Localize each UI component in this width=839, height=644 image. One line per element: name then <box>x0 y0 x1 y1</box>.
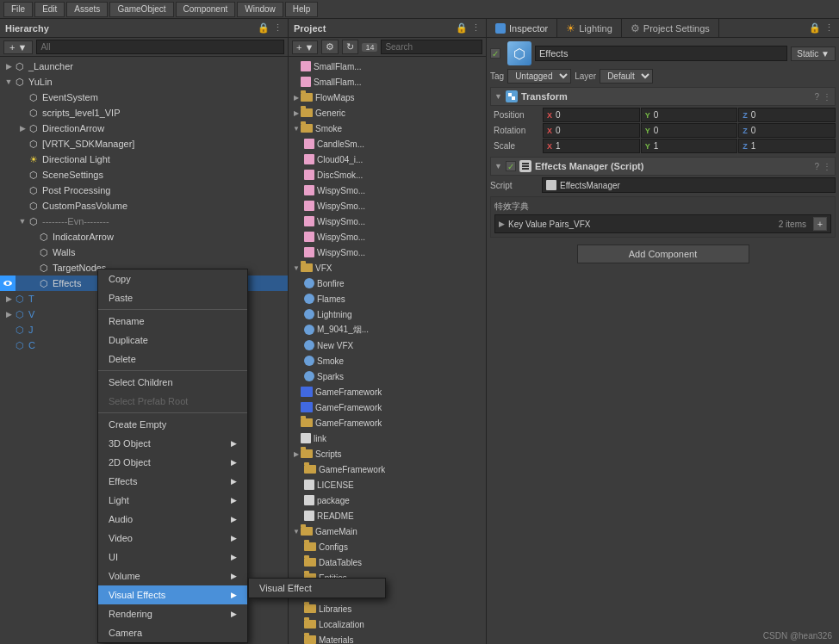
help-icon[interactable]: ? <box>814 162 819 171</box>
project-item-flames[interactable]: Flames <box>289 291 486 307</box>
project-item-flowmaps[interactable]: ▶ FlowMaps <box>289 90 486 105</box>
ctx-create-empty[interactable]: Create Empty <box>98 415 247 434</box>
project-item-localization[interactable]: Localization <box>289 616 486 632</box>
hierarchy-item-launcher[interactable]: ▶ ⬡ _Launcher <box>0 59 288 74</box>
ctx-select-children[interactable]: Select Children <box>98 373 247 392</box>
static-button[interactable]: Static ▼ <box>791 46 836 61</box>
hierarchy-item-evn[interactable]: ▼ ⬡ --------Evn-------- <box>0 214 288 229</box>
project-item-lightning[interactable]: Lightning <box>289 307 486 322</box>
project-item-smoke-vfx[interactable]: Smoke <box>289 353 486 368</box>
effects-manager-header[interactable]: ▼ ✓ Effects Manager (Script) ? ⋮ <box>490 157 836 176</box>
ctx-visual-effect[interactable]: Visual Effect <box>249 579 385 598</box>
project-item-materials[interactable]: Materials <box>289 632 486 644</box>
toolbar-btn-3[interactable]: Assets <box>66 2 108 17</box>
project-item-configs[interactable]: Configs <box>289 539 486 554</box>
lock-icon[interactable]: 🔒 <box>456 22 468 34</box>
visibility-icon[interactable] <box>0 276 16 291</box>
project-item-newvfx[interactable]: New VFX <box>289 337 486 353</box>
ctx-3d-object[interactable]: 3D Object ▶ <box>98 434 247 453</box>
add-button[interactable]: + ▼ <box>292 40 318 54</box>
project-item-scripts[interactable]: ▶ Scripts <box>289 446 486 461</box>
position-y-field[interactable]: Y0 <box>641 108 738 122</box>
project-item-gamemain[interactable]: ▼ GameMain <box>289 523 486 539</box>
tab-lighting[interactable]: ☀ Lighting <box>557 19 622 37</box>
component-checkbox[interactable]: ✓ <box>506 161 516 171</box>
lock-icon[interactable]: 🔒 <box>809 22 821 34</box>
object-name-field[interactable] <box>535 46 787 61</box>
active-checkbox[interactable]: ✓ <box>490 48 500 59</box>
hierarchy-item-scripts[interactable]: ⬡ scripts_level1_VIP <box>0 105 288 121</box>
hierarchy-item-walls[interactable]: ⬡ Walls <box>0 245 288 260</box>
project-item-m9041[interactable]: M_9041_烟... <box>289 322 486 337</box>
scale-x-field[interactable]: X1 <box>543 139 640 153</box>
position-z-field[interactable]: Z0 <box>738 108 836 122</box>
ctx-effects[interactable]: Effects ▶ <box>98 472 247 491</box>
project-item-gf3[interactable]: GameFramework <box>289 415 486 430</box>
scale-z-field[interactable]: Z1 <box>738 139 836 153</box>
project-item-bonfire[interactable]: Bonfire <box>289 276 486 291</box>
ctx-camera[interactable]: Camera <box>98 623 247 642</box>
layer-select[interactable]: Default <box>600 69 653 84</box>
project-item-vfx[interactable]: ▼ VFX <box>289 260 486 276</box>
project-item[interactable]: WispySmo... <box>289 198 486 214</box>
help-icon[interactable]: ? <box>814 92 819 102</box>
hierarchy-item-yulin[interactable]: ▼ ⬡ YuLin <box>0 74 288 90</box>
project-item-libraries[interactable]: Libraries <box>289 601 486 616</box>
lock-icon[interactable]: 🔒 <box>258 22 270 34</box>
hierarchy-item-scenesettings[interactable]: ⬡ SceneSettings <box>0 167 288 183</box>
toolbar-btn-4[interactable]: GameObject <box>109 2 173 17</box>
project-item-datatables[interactable]: DataTables <box>289 554 486 570</box>
ctx-paste[interactable]: Paste <box>98 288 247 307</box>
rotation-z-field[interactable]: Z0 <box>738 123 836 138</box>
ctx-audio[interactable]: Audio ▶ <box>98 510 247 529</box>
project-item[interactable]: SmallFlam... <box>289 74 486 90</box>
project-item-smoke[interactable]: ▼ Smoke <box>289 121 486 136</box>
ctx-visual-effects[interactable]: Visual Effects ▶ <box>98 585 247 604</box>
ctx-duplicate[interactable]: Duplicate <box>98 331 247 350</box>
transform-header[interactable]: ▼ Transform ? ⋮ <box>490 87 836 106</box>
project-item-gf-s[interactable]: GameFramework <box>289 461 486 477</box>
hierarchy-item-directionarrow[interactable]: ▶ ⬡ DirectionArrow <box>0 121 288 136</box>
search-input[interactable] <box>36 40 284 54</box>
toolbar-btn-5[interactable]: Component <box>176 2 236 17</box>
ctx-copy[interactable]: Copy <box>98 269 247 288</box>
rotation-x-field[interactable]: X0 <box>543 123 640 138</box>
hierarchy-item-indicatorarrow[interactable]: ⬡ IndicatorArrow <box>0 229 288 245</box>
hierarchy-item-custompassvolume[interactable]: ⬡ CustomPassVolume <box>0 198 288 214</box>
ctx-volume[interactable]: Volume ▶ <box>98 567 247 585</box>
project-item-gf1[interactable]: GameFramework <box>289 384 486 399</box>
project-item[interactable]: WispySmo... <box>289 245 486 260</box>
project-item[interactable]: CandleSm... <box>289 136 486 152</box>
project-item[interactable]: DiscSmok... <box>289 167 486 183</box>
hierarchy-item-directionallight[interactable]: ☀ Directional Light <box>0 152 288 167</box>
search-icon-button[interactable]: ⚙ <box>321 40 339 54</box>
more-icon[interactable]: ⋮ <box>471 22 481 34</box>
ctx-2d-object[interactable]: 2D Object ▶ <box>98 453 247 472</box>
ctx-rendering[interactable]: Rendering ▶ <box>98 604 247 623</box>
project-item-sparks[interactable]: Sparks <box>289 368 486 384</box>
project-item-package[interactable]: package <box>289 492 486 508</box>
project-item[interactable]: WispySmo... <box>289 183 486 198</box>
toolbar-btn-6[interactable]: Window <box>237 2 283 17</box>
add-item-button[interactable]: + <box>813 217 827 231</box>
rotation-y-field[interactable]: Y0 <box>641 123 738 138</box>
project-item[interactable]: Cloud04_i... <box>289 152 486 167</box>
tab-project-settings[interactable]: ⚙ Project Settings <box>622 19 719 37</box>
position-x-field[interactable]: X0 <box>543 108 640 122</box>
sync-button[interactable]: ↻ <box>342 40 358 54</box>
project-item-gf2[interactable]: GameFramework <box>289 399 486 415</box>
ctx-rename[interactable]: Rename <box>98 312 247 331</box>
toolbar-btn-1[interactable]: File <box>3 2 33 17</box>
tag-select[interactable]: Untagged <box>507 69 571 84</box>
project-search-input[interactable] <box>381 40 482 54</box>
toolbar-btn-7[interactable]: Help <box>285 2 319 17</box>
script-value-field[interactable]: EffectsManager <box>542 177 836 193</box>
ctx-delete[interactable]: Delete <box>98 350 247 368</box>
more-icon[interactable]: ⋮ <box>273 22 283 34</box>
project-item[interactable]: SmallFlam... <box>289 59 486 74</box>
ctx-light[interactable]: Light ▶ <box>98 491 247 510</box>
ctx-video[interactable]: Video ▶ <box>98 529 247 548</box>
more-icon[interactable]: ⋮ <box>823 162 831 171</box>
tab-inspector[interactable]: Inspector <box>487 19 557 37</box>
add-component-button[interactable]: Add Component <box>577 245 749 263</box>
